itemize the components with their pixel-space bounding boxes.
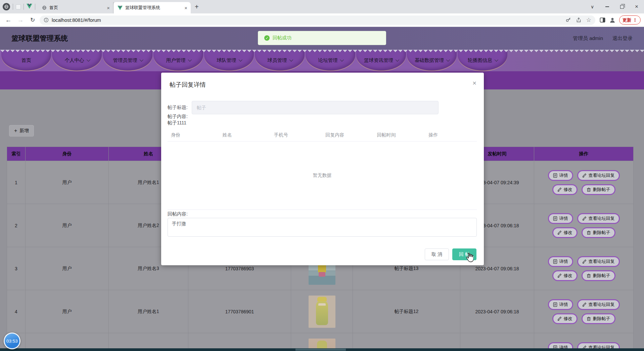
nav-item[interactable]: 球队管理 [204,50,254,71]
add-new-button[interactable]: + 新增 [9,125,34,136]
site-info-icon[interactable] [44,17,49,23]
browser-profile-globe-icon[interactable] [3,3,10,10]
edit-button[interactable]: 修改 [552,313,578,324]
reply-table-header-cell: 身份 [168,132,219,138]
tab-close-icon[interactable]: × [184,5,187,10]
cell-identity: 用户 [26,204,109,247]
detail-button[interactable]: 详情 [548,170,573,181]
edit-button[interactable]: 修改 [552,184,578,195]
password-key-icon[interactable] [565,17,571,23]
forward-button[interactable]: → [15,16,26,24]
success-toast: ✓ 回帖成功 [258,31,386,45]
detail-button[interactable]: 详情 [548,256,573,267]
view-forum-reply-label: 查看论坛回复 [589,302,615,308]
browser-update-button[interactable]: 更新 ⋮ [619,15,641,25]
side-panel-icon[interactable] [599,17,606,23]
view-forum-reply-button[interactable]: 查看论坛回复 [577,170,620,181]
omnibox[interactable]: localhost:8081/#/forum ☆ [40,15,595,25]
cancel-button[interactable]: 取 消 [425,248,449,260]
minimize-icon [605,6,609,7]
tab-title: 篮球联盟管理系统 [125,5,182,11]
blank-page-icon[interactable] [16,4,21,9]
pencil-icon [557,316,562,321]
edit-label: 修改 [564,316,572,322]
cell-actions: 详情 查看论坛回复 修改 [534,290,634,333]
edit-button[interactable]: 修改 [552,227,578,238]
cell-actions: 详情 查看论坛回复 修改 [534,204,634,247]
share-icon[interactable] [576,17,582,23]
chevron-down-icon [238,58,242,62]
reply-content-textarea[interactable]: 手打撒 [168,218,477,237]
view-forum-reply-button[interactable]: 查看论坛回复 [577,213,620,224]
url-text[interactable]: localhost:8081/#/forum [52,17,562,23]
pencil-icon [582,302,587,307]
recording-timer-badge[interactable]: 03:53 [4,333,20,349]
tab-title: 首页 [49,5,104,11]
nav-item[interactable]: 篮球资讯管理 [356,50,406,71]
restore-button[interactable] [614,0,629,13]
pencil-icon [582,216,587,221]
nav-item[interactable]: 个人中心 [52,50,102,71]
browser-menu-dots-icon[interactable]: ⋮ [633,17,637,23]
nav-item[interactable]: 首页 [1,50,51,71]
plus-icon: + [14,128,17,134]
screen: 首页 × 篮球联盟管理系统 × + ∨ × ← → ↻ localhost:80… [0,0,644,351]
reply-table-header-cell: 手机号 [271,132,322,138]
nav-item[interactable]: 轮播图信息 [458,50,507,71]
cell-phone: 17703786901 [188,290,291,333]
current-user-label: 管理员 admin [573,35,603,42]
nav-list: 首页 个人中心 管理员管理 用户管理 [0,50,644,71]
divider [24,4,24,10]
view-forum-reply-label: 查看论坛回复 [589,216,615,222]
delete-post-button[interactable]: 删除帖子 [582,227,615,238]
back-button[interactable]: ← [3,16,13,24]
nav-item[interactable]: 论坛管理 [306,50,355,71]
detail-button[interactable]: 详情 [548,299,573,310]
detail-label: 详情 [559,216,568,222]
reload-button[interactable]: ↻ [28,16,38,24]
minimize-button[interactable] [600,0,614,13]
app-title: 篮球联盟管理系统 [11,34,68,43]
edit-label: 修改 [564,230,572,236]
cell-photo [291,290,353,333]
edit-button[interactable]: 修改 [552,270,578,281]
new-tab-button[interactable]: + [195,3,199,11]
nav-item-label: 球队管理 [217,57,236,64]
delete-post-button[interactable]: 删除帖子 [582,313,615,324]
nav-item[interactable]: 球员管理 [255,50,305,71]
tab-search-chevron-icon[interactable]: ∨ [585,0,600,13]
nav-item[interactable]: 用户管理 [153,50,203,71]
cell-actions: 详情 查看论坛回复 修改 [534,161,634,204]
reply-table-header-row: 身份 姓名 手机号 回复内容 回帖时间 操作 [168,129,477,142]
view-forum-reply-button[interactable]: 查看论坛回复 [577,299,620,310]
logout-link[interactable]: 退出登录 [612,35,633,42]
profile-avatar-icon[interactable] [609,17,616,24]
horizontal-scrollbar[interactable] [0,348,644,351]
tab-close-icon[interactable]: × [107,5,110,10]
vue-icon[interactable] [27,4,32,10]
nav-item[interactable]: 管理员管理 [103,50,152,71]
trash-icon [587,230,591,235]
post-title-label: 帖子标题: [168,105,192,111]
delete-post-label: 删除帖子 [593,273,610,279]
view-forum-reply-label: 查看论坛回复 [589,259,615,265]
forum-table-header-cell: 身份 [26,147,109,161]
post-content-value: 帖子1111 [168,120,186,126]
delete-post-button[interactable]: 删除帖子 [582,270,615,281]
tab-home[interactable]: 首页 × [38,2,113,13]
dialog-close-icon[interactable]: × [472,79,476,87]
post-title-input[interactable] [192,101,439,114]
view-forum-reply-button[interactable]: 查看论坛回复 [577,256,620,267]
reply-table-header-cell: 操作 [425,132,476,138]
nav-item[interactable]: 基础数据管理 [407,50,457,71]
detail-button[interactable]: 详情 [548,213,573,224]
scrollbar-thumb[interactable] [295,349,346,351]
bookmark-star-icon[interactable]: ☆ [586,16,591,24]
tab-basketball-system[interactable]: 篮球联盟管理系统 × [113,2,191,13]
chevron-down-icon [446,58,450,62]
close-window-button[interactable]: × [629,0,644,13]
delete-post-label: 删除帖子 [593,230,610,236]
delete-post-button[interactable]: 删除帖子 [582,184,615,195]
trash-icon [587,316,591,321]
pencil-icon [582,259,587,264]
